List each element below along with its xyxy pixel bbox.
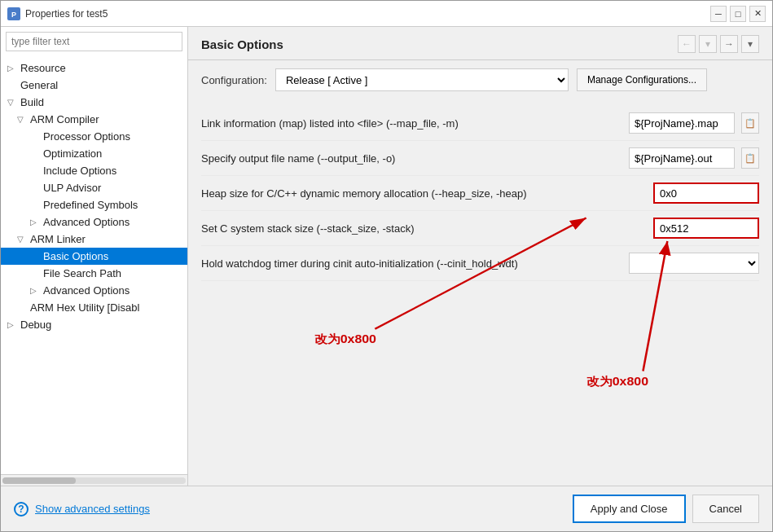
minimize-button[interactable]: ─ [710, 6, 727, 22]
manage-configurations-button[interactable]: Manage Configurations... [577, 68, 707, 91]
option-label-output-file: Specify output file name (--output_file,… [201, 152, 622, 165]
option-label-watchdog: Hold watchdog timer during cinit auto-in… [201, 257, 622, 270]
sidebar-item-label: Processor Options [43, 130, 130, 143]
expand-icon-ulp [30, 183, 40, 192]
sidebar-item-include-options[interactable]: Include Options [1, 162, 187, 179]
dialog-title: Properties for test5 [25, 8, 108, 20]
expand-icon-hex [17, 303, 27, 312]
expand-icon-adv2: ▷ [30, 286, 40, 295]
expand-icon-predefined [30, 200, 40, 209]
options-area: Link information (map) listed into <file… [188, 99, 772, 486]
expand-icon-opt [30, 149, 40, 158]
configuration-label: Configuration: [201, 74, 267, 86]
sidebar-scrollbar[interactable] [1, 474, 187, 486]
output-file-copy-button[interactable]: 📋 [741, 147, 759, 169]
sidebar-item-label: Advanced Options [43, 284, 130, 297]
expand-icon-basic [30, 252, 40, 261]
sidebar-item-build[interactable]: ▽ Build [1, 94, 187, 111]
tree: ▷ Resource General ▽ Build ▽ ARM Compile… [1, 56, 187, 474]
stack-size-input[interactable] [653, 218, 759, 239]
link-map-input[interactable] [629, 112, 735, 134]
sidebar-item-optimization[interactable]: Optimization [1, 145, 187, 162]
main-content: ▷ Resource General ▽ Build ▽ ARM Compile… [1, 27, 772, 486]
filter-input[interactable] [6, 32, 182, 51]
sidebar-item-label: File Search Path [43, 267, 121, 279]
expand-icon-general [7, 81, 17, 90]
sidebar-item-arm-compiler[interactable]: ▽ ARM Compiler [1, 111, 187, 128]
help-icon[interactable]: ? [14, 502, 29, 517]
scrollbar-thumb [2, 477, 76, 484]
bottom-bar: ? Show advanced settings Apply and Close… [1, 486, 772, 531]
expand-icon-arm-linker: ▽ [17, 235, 27, 244]
close-button[interactable]: ✕ [749, 6, 766, 22]
option-row-stack-size: Set C system stack size (--stack_size, -… [201, 211, 759, 246]
title-bar-left: P Properties for test5 [7, 7, 108, 20]
sidebar-item-label: Optimization [43, 147, 102, 160]
forward-down-button[interactable]: ▾ [741, 35, 759, 53]
expand-icon-processor [30, 132, 40, 141]
link-map-copy-button[interactable]: 📋 [741, 112, 759, 134]
sidebar-item-label: ULP Advisor [43, 182, 101, 194]
sidebar-item-label: General [20, 79, 58, 91]
sidebar-item-label: Advanced Options [43, 216, 130, 228]
apply-close-button[interactable]: Apply and Close [573, 495, 686, 523]
option-row-link-map: Link information (map) listed into <file… [201, 106, 759, 141]
sidebar-item-label: Include Options [43, 165, 116, 177]
option-label-stack-size: Set C system stack size (--stack_size, -… [201, 222, 647, 235]
expand-icon-adv1: ▷ [30, 218, 40, 226]
configuration-row: Configuration: Release [ Active ] Manage… [188, 60, 772, 99]
expand-icon-include [30, 166, 40, 175]
sidebar-item-label: Debug [20, 319, 51, 331]
sidebar-item-processor-options[interactable]: Processor Options [1, 128, 187, 145]
expand-icon-arm-compiler: ▽ [17, 115, 27, 124]
sidebar-item-ulp-advisor[interactable]: ULP Advisor [1, 179, 187, 196]
sidebar-item-resource[interactable]: ▷ Resource [1, 59, 187, 77]
option-row-heap-size: Heap size for C/C++ dynamic memory alloc… [201, 176, 759, 211]
output-file-input[interactable] [629, 147, 735, 169]
sidebar-item-arm-compiler-advanced[interactable]: ▷ Advanced Options [1, 213, 187, 231]
sidebar-item-label: Basic Options [43, 250, 108, 262]
sidebar: ▷ Resource General ▽ Build ▽ ARM Compile… [1, 27, 188, 486]
heap-size-input[interactable] [653, 182, 759, 204]
forward-button[interactable]: → [720, 35, 738, 53]
dialog-icon: P [7, 7, 20, 20]
sidebar-item-file-search-path[interactable]: File Search Path [1, 265, 187, 282]
sidebar-item-label: ARM Compiler [30, 113, 99, 125]
sidebar-item-label: Predefined Symbols [43, 199, 138, 211]
svg-text:P: P [11, 11, 16, 19]
expand-icon-debug: ▷ [7, 320, 17, 329]
sidebar-item-predefined-symbols[interactable]: Predefined Symbols [1, 196, 187, 213]
right-panel: Basic Options ← ▾ → ▾ Configuration: Rel… [188, 27, 772, 486]
show-advanced-settings-link[interactable]: Show advanced settings [35, 503, 150, 515]
sidebar-item-basic-options[interactable]: Basic Options [1, 248, 187, 265]
right-panel-wrapper: Basic Options ← ▾ → ▾ Configuration: Rel… [188, 27, 772, 486]
back-down-button[interactable]: ▾ [699, 35, 717, 53]
sidebar-item-arm-linker-advanced[interactable]: ▷ Advanced Options [1, 282, 187, 299]
panel-header: Basic Options ← ▾ → ▾ [188, 27, 772, 60]
bottom-left: ? Show advanced settings [14, 502, 150, 517]
bottom-buttons: Apply and Close Cancel [573, 495, 759, 523]
back-button[interactable]: ← [678, 35, 696, 53]
scrollbar-track [2, 477, 186, 484]
sidebar-item-label: ARM Linker [30, 233, 86, 245]
cancel-button[interactable]: Cancel [692, 495, 759, 523]
option-row-output-file: Specify output file name (--output_file,… [201, 141, 759, 176]
properties-dialog: P Properties for test5 ─ □ ✕ ▷ Resource [0, 0, 773, 532]
sidebar-item-general[interactable]: General [1, 77, 187, 94]
option-label-link-map: Link information (map) listed into <file… [201, 117, 622, 130]
watchdog-select[interactable] [629, 253, 759, 274]
expand-icon-fsp [30, 269, 40, 278]
help-icon-label: ? [18, 503, 24, 515]
sidebar-item-label: Resource [20, 62, 66, 74]
sidebar-item-arm-linker[interactable]: ▽ ARM Linker [1, 231, 187, 248]
window-controls: ─ □ ✕ [710, 6, 766, 22]
maximize-button[interactable]: □ [730, 6, 746, 22]
expand-icon-resource: ▷ [7, 64, 17, 73]
option-row-watchdog: Hold watchdog timer during cinit auto-in… [201, 246, 759, 281]
sidebar-item-label: Build [20, 96, 44, 108]
title-bar: P Properties for test5 ─ □ ✕ [1, 1, 772, 27]
configuration-select[interactable]: Release [ Active ] [275, 68, 569, 91]
panel-title: Basic Options [201, 37, 283, 51]
sidebar-item-debug[interactable]: ▷ Debug [1, 316, 187, 333]
sidebar-item-arm-hex-utility[interactable]: ARM Hex Utility [Disabl [1, 299, 187, 316]
